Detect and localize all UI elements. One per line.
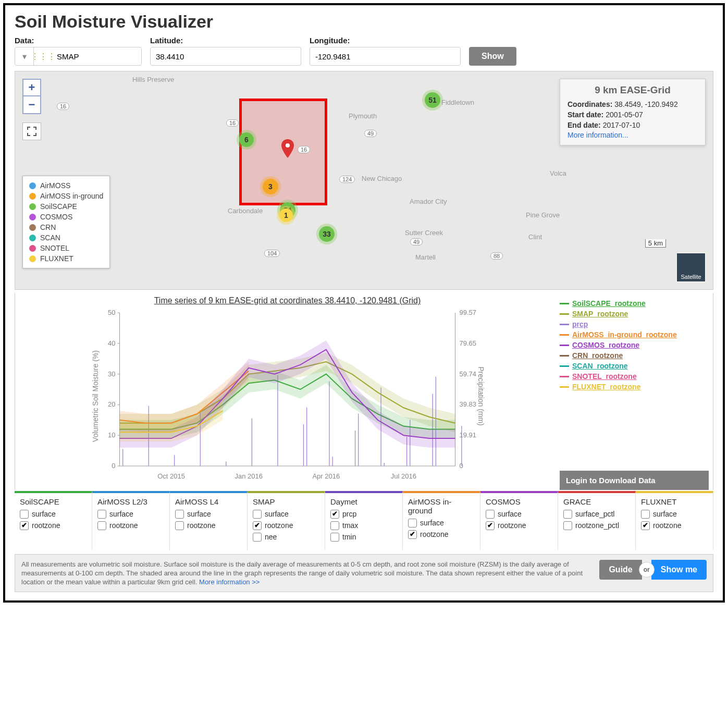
info-coord-value: 38.4549, -120.9492 [614,100,677,108]
legend-item[interactable]: SCAN [29,232,103,243]
svg-text:39.83: 39.83 [460,400,477,408]
series-legend-item[interactable]: FLUXNET_rootzone [560,382,709,392]
series-legend-item[interactable]: COSMOS_rootzone [560,340,709,350]
selector-title: FLUXNET [641,497,708,506]
checkbox[interactable] [253,510,262,519]
checkbox[interactable] [641,510,650,519]
checkbox-label: rootzone [653,520,681,531]
selector-title: GRACE [563,497,630,506]
zoom-in-button[interactable]: + [22,79,41,96]
series-legend-item[interactable]: prcp [560,319,709,329]
legend-item[interactable]: COSMOS [29,212,103,222]
series-legend: SoilSCAPE_rootzoneSMAP_rootzoneprcpAirMO… [560,298,709,392]
series-legend-item[interactable]: AirMOSS_in-ground_rootzone [560,329,709,340]
map-place-label: New Chicago [362,175,402,182]
checkbox[interactable] [641,521,650,530]
checkbox[interactable] [486,521,495,530]
svg-text:0: 0 [460,462,463,470]
cluster-marker[interactable]: 6 [239,132,254,147]
svg-text:Oct 2015: Oct 2015 [157,472,185,480]
checkbox[interactable] [330,533,339,542]
info-end-value: 2017-07-10 [603,121,640,129]
chart-title: Time series of 9 km EASE-grid at coordin… [20,296,554,305]
show-button[interactable]: Show [469,47,516,66]
series-legend-item[interactable]: SMAP_rootzone [560,309,709,319]
longitude-input[interactable] [310,47,461,66]
road-badge: 88 [490,252,503,260]
latitude-input[interactable] [150,47,301,66]
cluster-marker[interactable]: 51 [425,92,440,108]
legend-item[interactable]: AirMOSS [29,180,103,191]
legend-item[interactable]: AirMOSS in-ground [29,191,103,201]
checkbox-label: prcp [342,508,356,520]
checkbox-label: rootzone [265,520,293,531]
zoom-out-button[interactable]: − [22,96,41,114]
road-badge: 16 [298,146,310,153]
checkbox[interactable] [253,533,262,542]
checkbox-label: rootzone [420,529,448,540]
checkbox-label: rootzone [498,520,526,531]
series-legend-item[interactable]: CRN_rootzone [560,350,709,361]
checkbox[interactable] [563,521,572,530]
checkbox[interactable] [408,519,417,527]
checkbox-label: nee [265,531,277,543]
footer-more-link[interactable]: More information >> [199,578,260,586]
checkbox[interactable] [486,510,495,519]
road-badge: 49 [410,238,423,246]
legend-item[interactable]: SNOTEL [29,243,103,253]
road-badge: 49 [364,130,377,137]
svg-text:Apr 2016: Apr 2016 [312,472,340,480]
checkbox-label: rootzone [32,520,60,531]
checkbox[interactable] [97,521,106,530]
selector-title: SoilSCAPE [20,497,87,506]
footer-text: All measurements are volumetric soil moi… [21,560,591,586]
controls-row: Data: ▾ ⋮⋮⋮ Latitude: Longitude: Show [15,36,713,66]
road-badge: 16 [226,119,239,127]
data-input[interactable] [53,48,141,65]
info-more-link[interactable]: More information... [567,131,628,139]
cluster-marker[interactable]: 1 [279,208,293,222]
info-end-label: End date: [567,121,601,129]
series-legend-item[interactable]: SNOTEL_rootzone [560,371,709,382]
showme-button[interactable]: Show me [651,560,707,580]
legend-item[interactable]: CRN [29,222,103,232]
checkbox[interactable] [20,521,29,530]
series-legend-item[interactable]: SCAN_rootzone [560,361,709,371]
info-title: 9 km EASE-Grid [567,84,698,96]
checkbox[interactable] [408,530,417,539]
svg-text:Volumetric Soil Moisture (%): Volumetric Soil Moisture (%) [91,350,100,442]
checkbox[interactable] [253,521,262,530]
data-select[interactable]: ▾ ⋮⋮⋮ [15,47,142,66]
selector-title: AirMOSS L2/3 [97,497,164,506]
timeseries-chart[interactable]: 01020304050019.9139.8359.7479.6599.57Oct… [20,308,554,485]
legend-item[interactable]: SoilSCAPE [29,201,103,212]
checkbox-label: tmin [342,531,356,543]
checkbox[interactable] [330,521,339,530]
satellite-toggle[interactable]: Satellite [676,253,706,282]
checkbox[interactable] [20,510,29,519]
or-badge: or [639,562,655,578]
checkbox[interactable] [175,510,184,519]
map-pin-icon[interactable] [281,139,294,158]
selector-column: AirMOSS in-groundsurfacerootzone [403,491,480,550]
checkbox[interactable] [330,510,339,519]
checkbox[interactable] [175,521,184,530]
legend-item[interactable]: FLUXNET [29,253,103,264]
page-title: Soil Moisture Visualizer [15,11,713,32]
footer: All measurements are volumetric soil moi… [15,554,713,592]
login-download-button[interactable]: Login to Download Data [560,471,709,490]
svg-text:Precipitation (mm): Precipitation (mm) [477,366,485,426]
fullscreen-button[interactable] [22,122,41,140]
map-place-label: Amador City [410,198,447,205]
cluster-marker[interactable]: 3 [263,179,278,194]
checkbox[interactable] [563,510,572,519]
data-label: Data: [15,36,142,45]
guide-button[interactable]: Guide [599,560,641,580]
map-canvas[interactable]: + − AirMOSSAirMOSS in-groundSoilSCAPECOS… [15,71,713,290]
road-badge: 16 [57,103,69,110]
checkbox[interactable] [97,510,106,519]
selector-title: SMAP [253,497,319,506]
series-legend-item[interactable]: SoilSCAPE_rootzone [560,298,709,309]
map-place-label: Volca [550,169,566,177]
cluster-marker[interactable]: 33 [319,226,335,242]
